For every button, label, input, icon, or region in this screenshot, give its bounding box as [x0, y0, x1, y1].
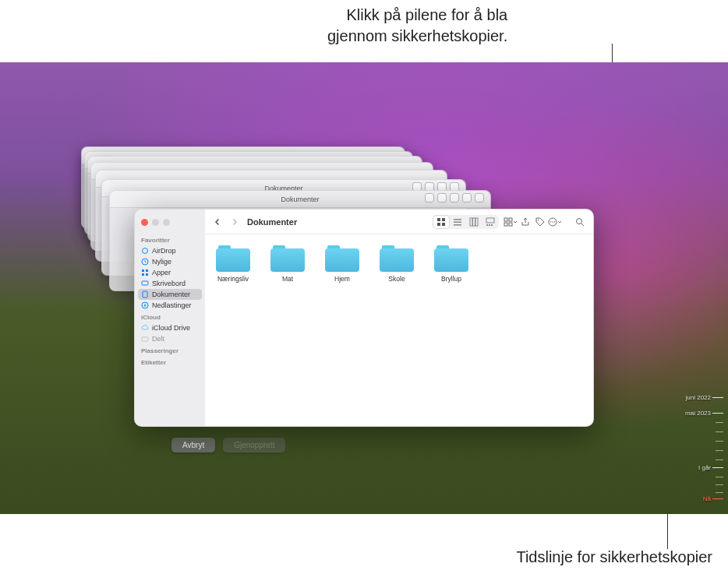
svg-rect-13: [442, 223, 445, 226]
timeline-mark-now: Nå: [703, 495, 711, 502]
desktop-icon: [141, 280, 149, 287]
svg-rect-2: [142, 269, 144, 272]
timeline-mark: I går: [698, 464, 711, 471]
sidebar-section-locations: Plasseringer: [135, 344, 205, 356]
svg-rect-24: [504, 218, 507, 221]
timeline-mark: mai 2023: [685, 410, 711, 417]
sidebar-item-downloads[interactable]: Nedlastinger: [135, 300, 205, 311]
search-button[interactable]: [573, 216, 587, 228]
backup-timeline[interactable]: juni 2022 mai 2023 I går Nå: [677, 397, 723, 514]
callout-line1: Klikk på pilene for å bla: [327, 5, 507, 26]
folder-icon: [216, 245, 250, 272]
callout-timeline: Tidslinje for sikkerhetskopier: [516, 548, 712, 566]
tags-button[interactable]: [533, 216, 547, 228]
sidebar-item-label: Skrivebord: [152, 280, 186, 287]
clock-icon: [141, 258, 149, 266]
svg-rect-18: [473, 218, 475, 226]
restore-button[interactable]: Gjenopprett: [223, 438, 285, 453]
chevron-right-icon: [231, 218, 239, 226]
svg-rect-10: [437, 218, 440, 221]
svg-rect-11: [442, 218, 445, 221]
folder-icon: [325, 245, 359, 272]
shared-icon: [141, 335, 149, 343]
svg-rect-25: [509, 218, 512, 221]
svg-point-32: [554, 221, 555, 222]
view-gallery-button[interactable]: [482, 216, 498, 228]
svg-point-31: [552, 221, 553, 222]
folder-icon: [434, 245, 468, 272]
svg-point-30: [550, 221, 551, 222]
finder-toolbar: Dokumenter: [205, 210, 593, 234]
columns-icon: [469, 217, 479, 227]
group-button[interactable]: [504, 216, 518, 228]
svg-rect-17: [470, 218, 472, 226]
close-button[interactable]: [141, 219, 148, 226]
folder-item[interactable]: Skole: [376, 245, 417, 283]
back-button[interactable]: [211, 216, 224, 228]
sidebar-item-label: Apper: [152, 269, 171, 276]
svg-rect-19: [475, 218, 478, 226]
sidebar-section-icloud: iCloud: [135, 311, 205, 322]
view-list-button[interactable]: [450, 216, 465, 228]
svg-rect-7: [143, 291, 147, 298]
svg-rect-26: [504, 223, 507, 226]
sidebar-section-favorites: Favoritter: [135, 234, 205, 245]
share-button[interactable]: [518, 216, 532, 228]
svg-rect-3: [146, 269, 148, 272]
forward-button[interactable]: [228, 216, 241, 228]
callout-line2: gjennom sikkerhetskopier.: [327, 26, 507, 47]
svg-rect-5: [146, 273, 148, 276]
svg-rect-9: [142, 337, 148, 341]
svg-rect-15: [454, 221, 461, 223]
sidebar-item-apps[interactable]: Apper: [135, 267, 205, 278]
folder-item[interactable]: Næringsliv: [213, 245, 253, 283]
chevron-left-icon: [214, 218, 221, 226]
cloud-icon: [141, 324, 149, 332]
finder-sidebar: Favoritter AirDrop Nylige Apper Skrivebo…: [135, 210, 205, 426]
finder-content: Næringsliv Mat Hjem Skole Bryllup: [205, 234, 593, 426]
sidebar-item-label: Delt: [152, 335, 164, 343]
folder-item[interactable]: Bryllup: [431, 245, 472, 283]
window-controls: [135, 214, 205, 234]
timeline-mark: juni 2022: [686, 394, 711, 401]
view-icons-button[interactable]: [433, 216, 449, 228]
svg-rect-21: [486, 224, 488, 226]
callout-arrows: Klikk på pilene for å bla gjennom sikker…: [327, 5, 507, 47]
sidebar-item-documents[interactable]: Dokumenter: [138, 289, 202, 300]
folder-label: Næringsliv: [217, 275, 249, 283]
list-icon: [453, 217, 462, 227]
airdrop-icon: [141, 247, 149, 255]
svg-rect-20: [486, 218, 494, 223]
sidebar-item-shared[interactable]: Delt: [135, 333, 205, 344]
sidebar-item-label: Nedlastinger: [152, 301, 192, 309]
sidebar-item-label: Dokumenter: [152, 291, 190, 298]
sidebar-item-airdrop[interactable]: AirDrop: [135, 245, 205, 256]
stacked-title: Dokumenter: [281, 195, 319, 203]
folder-label: Mat: [282, 275, 293, 283]
cancel-button[interactable]: Avbryt: [171, 438, 215, 453]
more-button[interactable]: [548, 216, 562, 228]
minimize-button[interactable]: [152, 219, 159, 226]
sidebar-item-recents[interactable]: Nylige: [135, 256, 205, 267]
folder-item[interactable]: Hjem: [322, 245, 362, 283]
zoom-button[interactable]: [163, 219, 170, 226]
view-columns-button[interactable]: [466, 216, 482, 228]
sidebar-item-label: iCloud Drive: [152, 324, 190, 332]
svg-rect-12: [437, 223, 440, 226]
sidebar-section-tags: Etiketter: [135, 356, 205, 368]
svg-rect-14: [454, 219, 461, 220]
folder-label: Bryllup: [441, 275, 461, 283]
ellipsis-icon: [548, 217, 557, 227]
grid-icon: [436, 217, 446, 227]
chevron-down-icon: [557, 220, 562, 224]
sidebar-item-icloud-drive[interactable]: iCloud Drive: [135, 322, 205, 333]
sidebar-item-label: AirDrop: [152, 247, 176, 255]
sidebar-item-desktop[interactable]: Skrivebord: [135, 278, 205, 289]
svg-rect-6: [142, 281, 148, 285]
tag-icon: [535, 217, 545, 227]
svg-rect-22: [489, 224, 490, 226]
view-switcher: [433, 215, 499, 229]
folder-item[interactable]: Mat: [267, 245, 308, 283]
finder-window: Favoritter AirDrop Nylige Apper Skrivebo…: [134, 209, 594, 427]
chevron-down-icon: [513, 220, 518, 224]
